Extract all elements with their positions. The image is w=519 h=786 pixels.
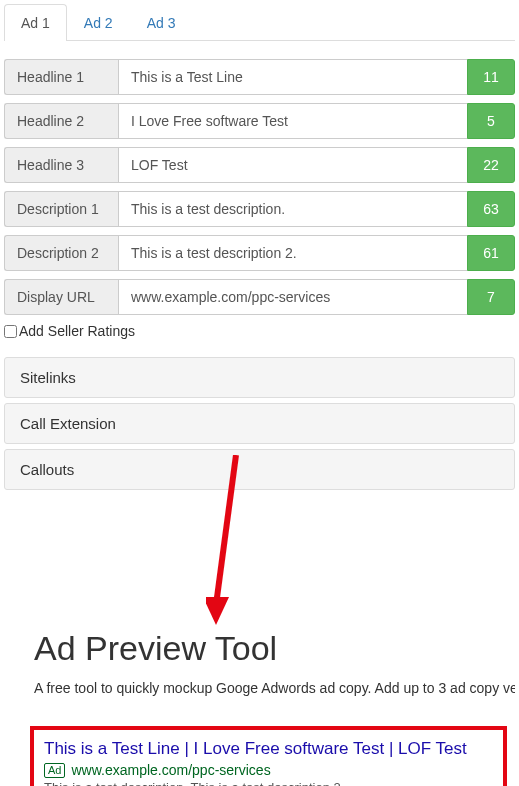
description-1-count: 63 (467, 191, 515, 227)
headline-1-count: 11 (467, 59, 515, 95)
add-seller-ratings-checkbox[interactable] (4, 325, 17, 338)
ad-preview-description: This is a test description. This is a te… (44, 780, 493, 786)
arrow-down-icon (206, 455, 266, 635)
display-url-count: 7 (467, 279, 515, 315)
headline-2-label: Headline 2 (4, 103, 118, 139)
display-url-input[interactable] (118, 279, 467, 315)
ad-preview-url-line: Ad www.example.com/ppc-services (44, 762, 493, 778)
field-headline-1: Headline 1 11 (4, 59, 515, 95)
add-seller-ratings-label: Add Seller Ratings (19, 323, 135, 339)
tab-ad-2[interactable]: Ad 2 (67, 4, 130, 41)
add-seller-ratings-row[interactable]: Add Seller Ratings (4, 323, 515, 339)
display-url-label: Display URL (4, 279, 118, 315)
panel-call-extension[interactable]: Call Extension (4, 403, 515, 444)
headline-1-input[interactable] (118, 59, 467, 95)
ad-preview-headline: This is a Test Line | I Love Free softwa… (44, 738, 493, 760)
field-description-1: Description 1 63 (4, 191, 515, 227)
panel-sitelinks[interactable]: Sitelinks (4, 357, 515, 398)
headline-2-input[interactable] (118, 103, 467, 139)
headline-1-label: Headline 1 (4, 59, 118, 95)
headline-2-count: 5 (467, 103, 515, 139)
ad-preview-url: www.example.com/ppc-services (71, 762, 270, 778)
description-2-input[interactable] (118, 235, 467, 271)
field-headline-2: Headline 2 5 (4, 103, 515, 139)
description-1-label: Description 1 (4, 191, 118, 227)
field-display-url: Display URL 7 (4, 279, 515, 315)
headline-3-label: Headline 3 (4, 147, 118, 183)
tab-ad-1[interactable]: Ad 1 (4, 4, 67, 41)
ad-tabs: Ad 1 Ad 2 Ad 3 (4, 4, 515, 41)
ad-badge-icon: Ad (44, 763, 65, 778)
description-1-input[interactable] (118, 191, 467, 227)
field-description-2: Description 2 61 (4, 235, 515, 271)
annotation-arrow-area (4, 489, 515, 629)
svg-marker-1 (206, 597, 229, 625)
description-2-count: 61 (467, 235, 515, 271)
field-headline-3: Headline 3 22 (4, 147, 515, 183)
headline-3-input[interactable] (118, 147, 467, 183)
page-subtitle: A free tool to quickly mockup Googe Adwo… (34, 680, 515, 696)
description-2-label: Description 2 (4, 235, 118, 271)
headline-3-count: 22 (467, 147, 515, 183)
page-title: Ad Preview Tool (34, 629, 515, 668)
ad-preview-box: This is a Test Line | I Love Free softwa… (30, 726, 507, 786)
tab-ad-3[interactable]: Ad 3 (130, 4, 193, 41)
svg-line-0 (216, 455, 236, 605)
